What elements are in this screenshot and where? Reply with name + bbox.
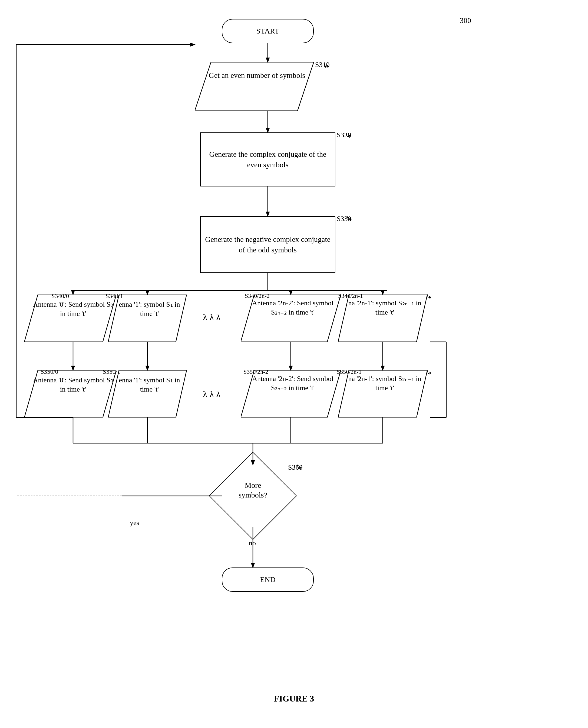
ellipsis-top-mid: λλλ xyxy=(203,312,223,323)
s320-text: Generate the complex conjugate of the ev… xyxy=(201,148,335,171)
s340-1-label: S340/1 xyxy=(105,293,123,300)
ellipsis-bot-mid: λλλ xyxy=(203,389,223,399)
s350-2n1-shape: na '2n-1': symbol S₂ₙ₋₁ in time 't' xyxy=(338,370,427,418)
s340-2n2-text: Antenna '2n-2': Send symbol S₂ₙ₋₂ in tim… xyxy=(252,299,333,316)
svg-marker-0 xyxy=(195,62,314,111)
s340-0-label: S340/0 xyxy=(51,293,69,300)
s350-2n2-label: S350/2n-2 xyxy=(244,368,268,375)
s340-2n1-label: S340/2n-1 xyxy=(338,292,363,300)
s350-0-text: Antenna '0': Send symbol S₀ in time 't' xyxy=(33,376,113,393)
s350-2n2-shape: Antenna '2n-2': Send symbol S₂ₙ₋₂ in tim… xyxy=(241,370,341,418)
s340-0-shape: Antenna '0': Send symbol S₀ in time 't' xyxy=(24,294,116,342)
end-shape: END xyxy=(222,568,314,592)
s340-2n1-shape: na '2n-1': symbol S₂ₙ₋₁ in time 't' xyxy=(338,294,427,342)
end-label: END xyxy=(257,573,278,586)
s330-text: Generate the negative complex conjugate … xyxy=(201,233,335,257)
s350-1-shape: enna '1': symbol S₁ in time 't' xyxy=(108,370,187,418)
no-label: no xyxy=(249,539,256,547)
s350-1-label: S350/1 xyxy=(103,368,120,375)
s340-1-text: enna '1': symbol S₁ in time 't' xyxy=(119,301,180,317)
start-label: START xyxy=(254,25,282,38)
s310-text: Get an even number of symbols xyxy=(206,70,308,81)
s330-shape: Generate the negative complex conjugate … xyxy=(200,216,335,273)
s350-2n1-text: na '2n-1': symbol S₂ₙ₋₁ in time 't' xyxy=(348,375,421,392)
s310-shape: Get an even number of symbols xyxy=(195,62,314,111)
s350-0-shape: Antenna '0': Send symbol S₀ in time 't' xyxy=(24,370,116,418)
s350-0-label: S350/0 xyxy=(41,368,58,375)
s360-text: More symbols? xyxy=(231,481,275,500)
s350-2n2-text: Antenna '2n-2': Send symbol S₂ₙ₋₂ in tim… xyxy=(252,375,333,392)
yes-label: yes xyxy=(130,519,139,527)
figure-caption: FIGURE 3 xyxy=(0,694,588,704)
s340-0-text: Antenna '0': Send symbol S₀ in time 't' xyxy=(33,301,113,317)
start-shape: START xyxy=(222,19,314,43)
s340-2n2-shape: Antenna '2n-2': Send symbol S₂ₙ₋₂ in tim… xyxy=(241,294,341,342)
s350-2n1-label: S350/2n-1 xyxy=(337,368,362,375)
diagram-container: 300 START Get an even number of symbols … xyxy=(0,0,588,728)
s340-1-shape: enna '1': symbol S₁ in time 't' xyxy=(108,294,187,342)
ref-number: 300 xyxy=(460,16,471,25)
s320-shape: Generate the complex conjugate of the ev… xyxy=(200,132,335,186)
s340-2n1-text: na '2n-1': symbol S₂ₙ₋₁ in time 't' xyxy=(348,299,421,316)
s350-1-text: enna '1': symbol S₁ in time 't' xyxy=(119,376,180,393)
s310-curl: ↳ xyxy=(322,60,331,71)
s340-2n2-label: S340/2n-2 xyxy=(245,292,270,300)
